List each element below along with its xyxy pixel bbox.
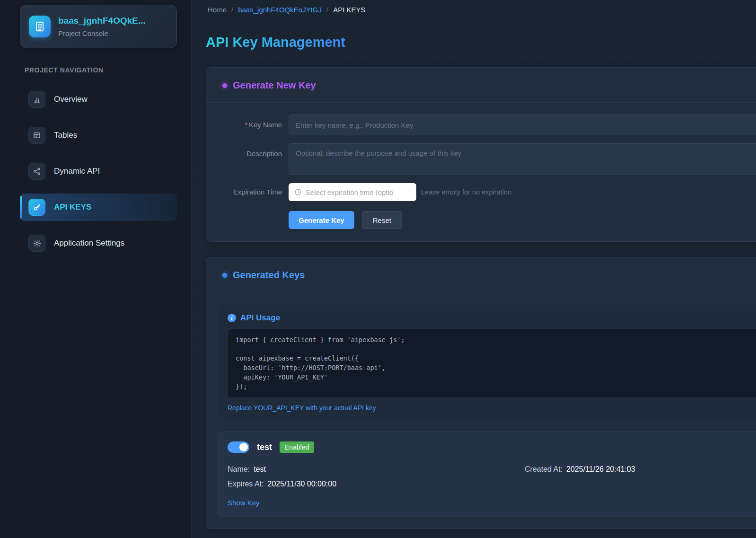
usage-code-block: import { createClient } from 'aipexbase-… [228, 329, 756, 398]
key-info-spacer [525, 480, 756, 488]
sidebar-item-label: Tables [54, 131, 77, 140]
breadcrumb-home-link[interactable]: Home [208, 6, 227, 14]
description-row: Description [218, 143, 756, 175]
table-icon [28, 127, 45, 144]
expiration-label: Expiration Time [218, 183, 289, 201]
expiration-datepicker[interactable] [289, 183, 416, 201]
generated-keys-body: i API Usage import { createClient } from… [206, 292, 756, 529]
gear-icon [28, 235, 45, 252]
show-key-link[interactable]: Show Key [228, 499, 260, 507]
created-at-value: 2025/11/26 20:41:03 [566, 465, 635, 473]
description-textarea[interactable] [289, 143, 756, 175]
project-subtitle: Project Console [58, 29, 146, 37]
key-expires-field: Expires At:2025/11/30 00:00:00 [228, 480, 525, 488]
expiration-row: Expiration Time Leave empty for no expir… [218, 183, 756, 201]
name-value: test [254, 465, 266, 473]
sidebar-item-dynamic-api[interactable]: Dynamic API [20, 158, 177, 185]
created-at-label: Created At: [525, 465, 563, 473]
generated-keys-card: Generated Keys i API Usage import { crea… [206, 257, 756, 529]
generate-card-header: Generate New Key [206, 68, 756, 103]
info-icon: i [228, 314, 236, 322]
generated-keys-header: Generated Keys [206, 257, 756, 292]
main-content: Home / baas_jgnhF4OQkEoJYtGJ / API KEYS … [192, 0, 756, 538]
project-card[interactable]: baas_jgnhF4OQkE... Project Console [20, 5, 177, 48]
sidebar-item-api-keys[interactable]: API KEYS [20, 194, 177, 221]
toggle-knob [239, 443, 248, 451]
status-badge: Enabled [280, 441, 314, 453]
key-name-field: Name:test [228, 465, 525, 474]
page-title: API Key Management [206, 35, 345, 50]
sidebar-item-label: Dynamic API [54, 167, 100, 176]
sidebar-item-tables[interactable]: Tables [20, 122, 177, 149]
key-info-grid: Name:test Created At:2025/11/26 20:41:03… [228, 465, 756, 488]
sidebar-item-label: Overview [54, 95, 88, 104]
project-meta: baas_jgnhF4OQkE... Project Console [58, 16, 146, 37]
generate-card-title: Generate New Key [233, 80, 316, 91]
generate-key-button[interactable]: Generate Key [289, 211, 354, 229]
key-name-label: *Key Name [218, 115, 289, 135]
key-created-field: Created At:2025/11/26 20:41:03 [525, 465, 756, 474]
breadcrumb-current: API KEYS [333, 6, 365, 14]
purple-dot-icon [222, 83, 227, 88]
key-name-row: *Key Name [218, 115, 756, 135]
generate-new-key-card: Generate New Key *Key Name Description E… [206, 67, 756, 242]
form-buttons-row: Generate Key Reset [289, 211, 756, 229]
clock-icon [294, 188, 302, 196]
building-icon [29, 16, 51, 37]
api-usage-panel: i API Usage import { createClient } from… [218, 305, 756, 421]
expires-at-value: 2025/11/30 00:00:00 [267, 480, 336, 488]
key-item-head: test Enabled [228, 441, 756, 453]
key-enabled-toggle[interactable] [228, 441, 249, 453]
blue-dot-icon [222, 273, 227, 278]
page: baas_jgnhF4OQkE... Project Console PROJE… [0, 0, 756, 538]
nav-section-label: PROJECT NAVIGATION [25, 66, 191, 74]
project-name: baas_jgnhF4OQkE... [58, 16, 146, 26]
expires-at-label: Expires At: [228, 480, 264, 488]
expiration-field-wrap: Leave empty for no expiration [289, 183, 511, 201]
usage-note-link[interactable]: Replace YOUR_API_KEY with your actual AP… [228, 404, 376, 412]
sidebar-item-label: API KEYS [54, 203, 91, 212]
breadcrumb: Home / baas_jgnhF4OQkEoJYtGJ / API KEYS [206, 6, 756, 14]
bar-chart-icon [28, 91, 45, 108]
share-nodes-icon [28, 163, 45, 180]
required-mark: * [245, 121, 247, 129]
breadcrumb-separator: / [231, 6, 233, 14]
api-usage-title: API Usage [240, 313, 280, 323]
description-label: Description [218, 143, 289, 164]
project-navigation: Overview Tables Dynamic [0, 86, 191, 257]
key-name-input[interactable] [289, 115, 756, 135]
key-icon [28, 199, 45, 216]
name-label: Name: [228, 465, 250, 473]
sidebar-item-label: Application Settings [54, 238, 124, 248]
sidebar-item-overview[interactable]: Overview [20, 86, 177, 113]
expiration-hint: Leave empty for no expiration [421, 183, 511, 201]
sidebar: baas_jgnhF4OQkE... Project Console PROJE… [0, 0, 192, 538]
api-key-item: test Enabled Name:test Created At:2025/1… [218, 432, 756, 517]
key-name-label-text: Key Name [249, 121, 282, 129]
expiration-input[interactable] [306, 188, 411, 196]
breadcrumb-project-link[interactable]: baas_jgnhF4OQkEoJYtGJ [238, 6, 322, 14]
sidebar-item-application-settings[interactable]: Application Settings [20, 229, 177, 257]
breadcrumb-separator: / [326, 6, 328, 14]
reset-button[interactable]: Reset [362, 211, 402, 229]
generate-key-form: *Key Name Description Expiration Time [206, 103, 756, 241]
api-usage-header: i API Usage [228, 313, 756, 323]
generated-keys-title: Generated Keys [233, 270, 305, 281]
key-name: test [257, 442, 272, 452]
